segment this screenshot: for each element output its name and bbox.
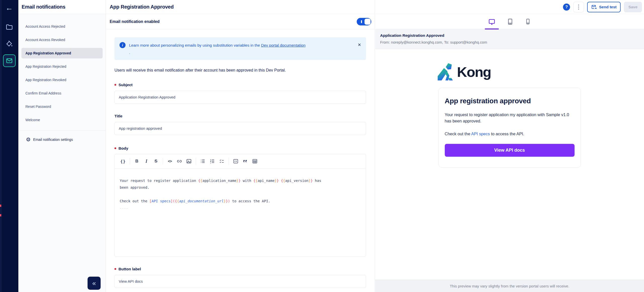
inline-code-icon[interactable]: <>	[165, 156, 175, 166]
email-from-to: From: noreply@konnect.konghq.com, To: su…	[380, 40, 639, 44]
email-card: App registration approved Your request t…	[438, 88, 581, 168]
notification-description: Users will receive this email notificati…	[114, 68, 366, 73]
email-notifications-icon[interactable]	[3, 54, 16, 67]
list-item-app-registration-approved[interactable]: App Registration Approved	[21, 48, 103, 58]
desktop-icon	[488, 18, 496, 25]
edit-column: App Registration Approved Email notifica…	[106, 0, 375, 292]
app-icon-rail: ←	[0, 0, 18, 292]
email-subject-line: Application Registration Approved	[380, 33, 639, 38]
close-icon[interactable]: ×	[358, 42, 361, 48]
italic-icon[interactable]: I	[142, 156, 151, 166]
list-item-welcome[interactable]: Welcome	[18, 113, 106, 126]
divider	[196, 158, 196, 165]
save-button[interactable]: Save	[624, 2, 642, 12]
toggle-label: Email notification enabled	[110, 19, 159, 24]
divider	[229, 158, 229, 165]
title-label: Title	[114, 114, 366, 118]
email-heading: App registration approved	[445, 97, 575, 105]
tab-mobile-preview[interactable]	[525, 14, 531, 29]
toggle-knob	[365, 19, 371, 25]
kong-gorilla-mark	[437, 61, 455, 82]
editor-line: Your request to register application {{a…	[120, 177, 361, 184]
link-icon[interactable]	[175, 156, 184, 166]
editor-line: ----	[120, 205, 361, 212]
subject-label: Subject	[114, 83, 366, 87]
title-input[interactable]: App registration approved	[114, 122, 366, 135]
body-editor-content[interactable]: Your request to register application {{a…	[115, 169, 366, 256]
kong-logo: Kong	[437, 61, 581, 82]
kebab-dot	[578, 5, 579, 6]
kebab-dot	[578, 9, 579, 10]
button-label-text: Button label	[118, 267, 141, 271]
list-item-app-registration-rejected[interactable]: App Registration Rejected	[18, 60, 106, 73]
blockquote-icon[interactable]	[240, 156, 250, 166]
strikethrough-icon[interactable]: S	[151, 156, 161, 166]
info-banner: i Learn more about personalizing emails …	[114, 37, 366, 60]
dev-portal-docs-link[interactable]: Dev portal documentation	[261, 43, 306, 47]
required-dot	[114, 268, 116, 270]
body-label-text: Body	[118, 146, 128, 151]
send-test-button[interactable]: Send test	[587, 2, 621, 12]
email-body-line-1: Your request to register application my …	[445, 112, 575, 124]
scroll-artifact	[0, 205, 1, 207]
notification-list: Account Access Rejected Account Access R…	[18, 14, 106, 126]
send-test-label: Send test	[599, 5, 617, 9]
view-api-docs-button[interactable]: View API docs	[445, 144, 575, 157]
pages-folder-icon[interactable]	[3, 21, 16, 33]
list-item-account-access-rejected[interactable]: Account Access Rejected	[18, 20, 106, 33]
banner-text-before: Learn more about personalizing emails by…	[129, 43, 261, 47]
tablet-icon	[507, 18, 514, 25]
kebab-menu-button[interactable]	[573, 2, 584, 12]
top-action-bar: ? Send test Save	[375, 0, 644, 14]
preview-panel: ? Send test Save	[375, 0, 644, 292]
subject-label-text: Subject	[118, 83, 133, 87]
page-header: App Registration Approved	[106, 0, 375, 14]
table-icon[interactable]	[250, 156, 260, 166]
panel-title: Email notifications	[22, 4, 65, 10]
list-item-account-access-revoked[interactable]: Account Access Revoked	[18, 33, 106, 46]
image-icon[interactable]	[184, 156, 194, 166]
editor-line: Check out the [API specs]({{api_document…	[120, 198, 361, 205]
body-line-2-after: to access the API.	[490, 132, 524, 136]
email-notifications-panel: Email notifications Account Access Rejec…	[18, 0, 106, 292]
code-block-icon[interactable]	[231, 156, 240, 166]
list-item-confirm-email-address[interactable]: Confirm Email Address	[18, 86, 106, 100]
collapse-icon: «	[92, 279, 96, 287]
tab-tablet-preview[interactable]	[507, 14, 514, 29]
banner-text-after: .	[129, 50, 130, 55]
editor-toolbar: {} B I S <>	[115, 154, 366, 169]
bold-icon[interactable]: B	[132, 156, 142, 166]
help-icon[interactable]: ?	[563, 4, 570, 11]
mobile-icon	[525, 18, 531, 25]
collapse-panel-button[interactable]: «	[88, 277, 101, 290]
appearance-paint-icon[interactable]	[3, 37, 16, 50]
kong-wordmark: Kong	[457, 64, 491, 80]
editor-line: been approved.	[120, 184, 361, 191]
divider	[18, 131, 106, 131]
banner-text: Learn more about personalizing emails by…	[129, 42, 355, 56]
numbered-list-icon[interactable]	[208, 156, 217, 166]
divider	[163, 158, 163, 165]
email-enabled-toggle[interactable]	[357, 18, 371, 25]
tab-desktop-preview[interactable]	[488, 14, 496, 29]
settings-label: Email notification settings	[33, 138, 73, 142]
scroll-artifact	[0, 214, 1, 216]
back-arrow-icon[interactable]: ←	[3, 2, 16, 14]
email-notification-settings-link[interactable]: ⚙ Email notification settings	[18, 137, 106, 142]
bulleted-list-icon[interactable]	[198, 156, 208, 166]
task-list-icon[interactable]	[217, 156, 227, 166]
subject-input[interactable]: Application Registration Approved	[114, 91, 366, 104]
button-label-input[interactable]: View API docs	[114, 275, 366, 288]
api-specs-link[interactable]: API specs	[471, 132, 490, 136]
preview-disclaimer: This preview may vary slightly from the …	[375, 280, 644, 292]
list-item-reset-password[interactable]: Reset Password	[18, 100, 106, 113]
body-label: Body	[114, 146, 366, 151]
list-item-app-registration-revoked[interactable]: App Registration Revoked	[18, 73, 106, 86]
title-label-text: Title	[114, 114, 123, 118]
insert-variable-icon[interactable]: {}	[118, 156, 128, 166]
email-meta-header: Application Registration Approved From: …	[375, 29, 644, 49]
gear-icon: ⚙	[26, 137, 31, 142]
required-dot	[114, 84, 116, 86]
kebab-dot	[578, 7, 579, 8]
body-rich-text-editor: {} B I S <>	[114, 154, 366, 257]
